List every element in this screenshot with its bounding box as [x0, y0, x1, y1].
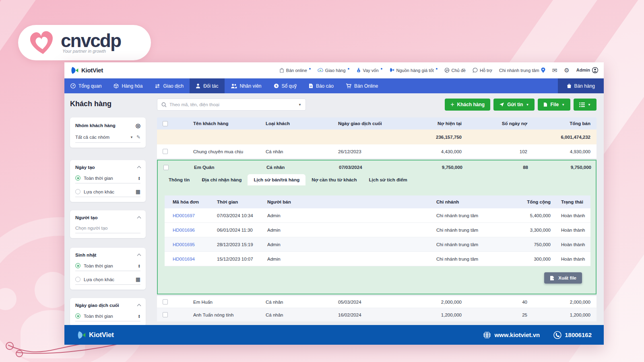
report-doc-icon	[309, 83, 313, 88]
tab-no-can-thu[interactable]: Nợ cần thu từ khách	[305, 174, 363, 185]
collapse-chevron-icon[interactable]	[137, 254, 141, 258]
radio-icon	[75, 189, 80, 194]
plus-icon: +	[450, 102, 454, 107]
cnvcdp-logo: cnvcdp Your partner in growth	[18, 25, 151, 60]
filter-card-creator: Người tạo Chọn người tạo	[70, 210, 146, 238]
footer-website-link[interactable]: www.kiotviet.vn	[483, 331, 540, 339]
notification-dot	[436, 68, 438, 70]
nav-hang-hoa[interactable]: Hàng hóa	[107, 78, 149, 93]
filter-card-last-transaction: Ngày giao dịch cuối Toàn thời gian ▲▼	[70, 298, 146, 325]
search-icon	[161, 102, 167, 107]
radio-selected-icon	[75, 175, 80, 181]
topbar-items: Bán online Giao hàng $ Vay vốn Nguồn hàn…	[279, 67, 598, 73]
filter-card-customer-group: Nhóm khách hàng ◎ Tất cả các nhóm ▼ ✎	[70, 117, 146, 148]
invoice-link[interactable]: HD001696	[165, 228, 210, 232]
footer-hotline[interactable]: 18006162	[553, 331, 592, 339]
kiotviet-mark-icon	[76, 330, 86, 340]
radio-option-all-time[interactable]: Toàn thời gian ▲▼	[75, 175, 140, 183]
radio-option-all-time[interactable]: Toàn thời gian ▲▼	[75, 313, 140, 321]
summary-row: 236,157,750 6,001,474,232	[157, 130, 597, 144]
notification-dot	[348, 68, 349, 70]
chevron-down-icon: ▼	[588, 103, 591, 107]
edit-pencil-icon[interactable]: ✎	[136, 134, 140, 140]
collapse-chevron-icon[interactable]	[137, 166, 141, 170]
nav-ban-hang-button[interactable]: Bán hàng	[558, 78, 604, 93]
send-plane-icon	[499, 102, 504, 107]
logo-wordmark: cnvcdp	[61, 32, 121, 49]
cash-coin-icon: $	[274, 83, 279, 88]
radio-option-custom[interactable]: Lựa chọn khác ▦	[75, 189, 140, 197]
customer-row[interactable]: Em Huấn Cá nhân 05/03/2024 2,000,000 40 …	[157, 296, 597, 308]
nav-so-quy[interactable]: $ Sổ quỹ	[268, 78, 303, 93]
topbar-item-nguon-hang[interactable]: Nguồn hàng giá tốt	[389, 68, 438, 73]
status-label: Hoàn thành	[554, 228, 590, 232]
row-checkbox[interactable]	[163, 299, 168, 304]
tab-thong-tin[interactable]: Thông tin	[163, 174, 196, 185]
globe-icon	[483, 331, 491, 339]
tab-dia-chi[interactable]: Địa chỉ nhận hàng	[196, 174, 248, 185]
app-title: KiotViet	[81, 67, 103, 74]
toolbar: + Khách hàng Gửi tin ▼ File ▼ ▼	[445, 99, 597, 111]
radio-option-custom[interactable]: Lựa chọn khác ▦	[75, 277, 140, 285]
topbar-item-chu-de[interactable]: Chủ đề	[444, 68, 466, 73]
calendar-icon: ▦	[136, 277, 140, 282]
kiotviet-logo[interactable]: KiotViet	[70, 66, 103, 75]
row-checkbox[interactable]	[163, 312, 168, 317]
cart-icon	[346, 83, 351, 88]
partner-person-icon	[196, 83, 200, 88]
collapse-chevron-icon[interactable]	[137, 304, 141, 308]
overview-icon	[70, 83, 76, 88]
phone-icon	[553, 331, 561, 339]
expanded-customer-detail: Em Quân Cá nhân 07/03/2024 9,750,000 88 …	[157, 160, 597, 294]
nav-bao-cao[interactable]: Báo cáo	[303, 78, 340, 93]
settings-gear-icon[interactable]: ⚙	[564, 68, 569, 73]
tab-lich-su-ban[interactable]: Lịch sử bán/trả hàng	[248, 174, 305, 185]
customer-row[interactable]: Anh Tuấn nóng tính Cá nhân 16/02/2024 1,…	[157, 308, 597, 322]
export-file-button[interactable]: Xuất file	[544, 272, 582, 284]
customer-search[interactable]: ▼	[157, 99, 306, 111]
group-select[interactable]: Tất cả các nhóm ▼ ✎	[75, 134, 140, 143]
topbar-item-ho-tro[interactable]: Hỗ trợ	[473, 68, 492, 73]
theme-icon	[444, 68, 450, 73]
radio-option-all-time[interactable]: Toàn thời gian ▲▼	[75, 263, 140, 271]
invoice-table: Mã hóa đơn Thời gian Người bán Chi nhánh…	[165, 195, 589, 266]
nav-doi-tac[interactable]: Đối tác	[190, 78, 224, 93]
nav-ban-online[interactable]: Bán Online	[340, 78, 384, 93]
nav-giao-dich[interactable]: Giao dịch	[149, 78, 190, 93]
row-checkbox[interactable]	[163, 149, 168, 154]
add-customer-button[interactable]: + Khách hàng	[445, 99, 490, 111]
kiotviet-mark-icon	[389, 68, 394, 72]
creator-input[interactable]: Chọn người tạo	[75, 226, 140, 233]
add-group-icon[interactable]: ◎	[136, 122, 140, 129]
branch-selector[interactable]: Chi nhánh trung tâm	[499, 68, 545, 73]
search-filter-caret-icon[interactable]: ▼	[298, 103, 301, 107]
invoice-link[interactable]: HD001694	[165, 257, 210, 261]
select-all-checkbox[interactable]	[163, 121, 168, 126]
tab-tich-diem[interactable]: Lịch sử tích điểm	[363, 174, 413, 185]
file-button[interactable]: File ▼	[538, 99, 570, 111]
nav-nhan-vien[interactable]: Nhân viên	[225, 78, 268, 93]
row-checkbox[interactable]	[163, 165, 169, 170]
customer-row[interactable]: Chung chuyên mua chịu Cá nhân 26/12/2023…	[157, 144, 597, 159]
search-input[interactable]	[169, 102, 295, 107]
svg-text:$: $	[275, 84, 277, 88]
expanded-customer-row[interactable]: Em Quân Cá nhân 07/03/2024 9,750,000 88 …	[158, 161, 596, 173]
nav-tong-quan[interactable]: Tổng quan	[64, 78, 107, 93]
money-bag-icon: $	[356, 68, 361, 73]
mail-icon[interactable]: ✉	[552, 68, 557, 73]
topbar-item-vay-von[interactable]: $ Vay vốn	[356, 68, 382, 73]
main-nav: Tổng quan Hàng hóa Giao dịch Đối tác Nhâ…	[64, 78, 604, 93]
user-menu[interactable]: Admin	[576, 67, 598, 73]
collapse-chevron-icon[interactable]	[137, 216, 141, 220]
invoice-link[interactable]: HD001695	[165, 242, 210, 247]
invoice-row: HD001696 06/01/2024 11:30 Admin Chi nhán…	[165, 223, 590, 237]
topbar-item-ban-online[interactable]: Bán online	[279, 68, 311, 73]
sell-bag-icon	[567, 83, 572, 88]
summary-total: 6,001,474,232	[533, 135, 597, 140]
notification-dot	[309, 68, 311, 70]
detail-tabs: Thông tin Địa chỉ nhận hàng Lịch sử bán/…	[163, 174, 596, 185]
column-settings-button[interactable]: ▼	[574, 99, 597, 111]
invoice-link[interactable]: HD001697	[165, 213, 210, 218]
send-message-button[interactable]: Gửi tin ▼	[493, 99, 535, 111]
topbar-item-giao-hang[interactable]: Giao hàng	[318, 68, 349, 73]
